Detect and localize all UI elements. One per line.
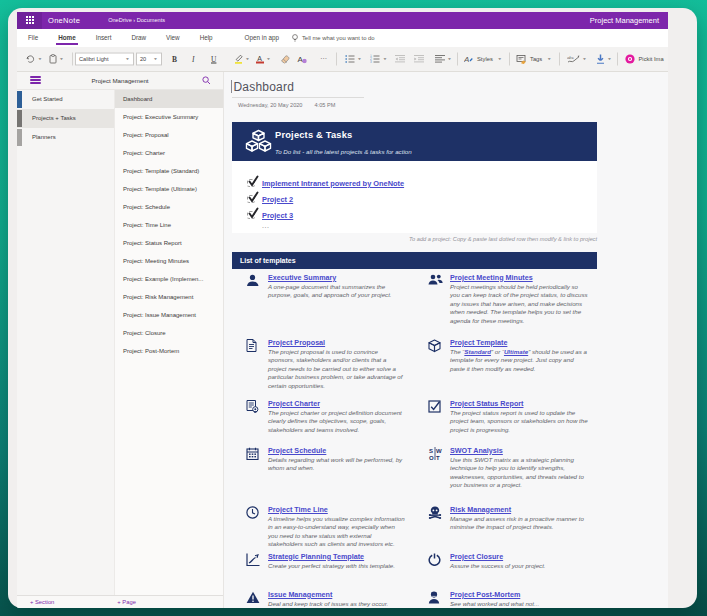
ink-editor-button[interactable]: abc ▼ xyxy=(567,54,587,63)
template-link[interactable]: Project Closure xyxy=(450,553,503,562)
template-link[interactable]: Project Schedule xyxy=(268,447,326,456)
todo-checkbox[interactable] xyxy=(247,179,256,188)
tab-insert[interactable]: Insert xyxy=(94,29,114,48)
template-link[interactable]: Executive Summary xyxy=(268,274,336,283)
toolbar-divider xyxy=(617,52,618,65)
template-link[interactable]: Risk Management xyxy=(450,506,511,515)
bullet-list-button[interactable]: ▼ xyxy=(345,54,362,63)
breadcrumb[interactable]: OneDrive › Documents xyxy=(108,17,165,23)
templates-grid: Executive SummaryA one-page document tha… xyxy=(246,274,598,609)
styles-button[interactable]: A Styles ▼ xyxy=(464,54,502,63)
tab-help[interactable]: Help xyxy=(198,29,215,48)
tab-file[interactable]: File xyxy=(26,29,40,48)
template-link[interactable]: Issue Management xyxy=(268,591,332,600)
page-item[interactable]: Project: Meeting Minutes xyxy=(115,252,223,270)
page-item[interactable]: Project: Status Report xyxy=(115,234,223,252)
page-item[interactable]: Project: Issue Management xyxy=(115,306,223,324)
page-item[interactable]: Project: Closure xyxy=(115,324,223,342)
page-item[interactable]: Dashboard xyxy=(115,90,223,108)
template-link[interactable]: Project Post-Mortem xyxy=(450,591,520,600)
tab-home[interactable]: Home xyxy=(56,29,78,48)
todo-link[interactable]: Project 3 xyxy=(262,211,293,220)
page-item[interactable]: Project: Charter xyxy=(115,144,223,162)
template-description: The project charter or project definitio… xyxy=(268,409,406,435)
italic-button[interactable]: I xyxy=(192,54,195,63)
todo-link[interactable]: Implement Intranet powered by OneNote xyxy=(262,179,404,188)
clear-formatting-button[interactable]: A xyxy=(298,54,307,63)
notebook-title[interactable]: Project Management xyxy=(17,77,223,84)
chevron-down-icon: ▼ xyxy=(125,57,130,61)
add-section-button[interactable]: + Section xyxy=(30,599,54,605)
template-link[interactable]: Project Time Line xyxy=(268,506,328,515)
undo-button[interactable]: ▼ xyxy=(26,54,42,63)
template-link[interactable]: Project Template xyxy=(450,339,507,348)
section-item[interactable]: Get Started xyxy=(17,90,114,109)
template-link[interactable]: SWOT Analysis xyxy=(450,447,503,456)
template-item: SWOTSWOT AnalysisUse this SWOT matrix as… xyxy=(428,447,598,506)
immersive-reader-button[interactable]: ▼ xyxy=(596,54,612,64)
template-item: Project Time LineA timeline helps you vi… xyxy=(246,506,428,553)
underline-button[interactable]: U xyxy=(211,54,216,63)
template-description: Manage and assess risk in a proactive ma… xyxy=(450,515,588,532)
more-formatting-button[interactable]: ⋯ xyxy=(320,55,328,63)
page-item[interactable]: Project: Template (Ultimate) xyxy=(115,180,223,198)
page-item[interactable]: Project: Example (Implemen... xyxy=(115,270,223,288)
highlight-button[interactable]: ▼ xyxy=(234,54,250,64)
template-item: Project Status ReportThe project status … xyxy=(428,400,598,447)
chart-icon xyxy=(246,553,261,568)
todo-link[interactable]: Project 2 xyxy=(262,195,293,204)
format-painter-button[interactable] xyxy=(280,54,290,63)
main-area: Project Management Get StartedProjects +… xyxy=(17,72,668,609)
page-item[interactable]: Project: Risk Management xyxy=(115,288,223,306)
bold-button[interactable]: B xyxy=(172,54,177,63)
app-window: OneNote OneDrive › Documents Project Man… xyxy=(8,8,697,608)
page-item[interactable]: Project: Proposal xyxy=(115,126,223,144)
todo-item: Implement Intranet powered by OneNote xyxy=(247,175,404,191)
font-name-select[interactable]: Calibri Light▼ xyxy=(75,52,134,65)
page-item[interactable]: Project: Schedule xyxy=(115,198,223,216)
toolbar-divider xyxy=(72,52,73,65)
page-item[interactable]: Project: Post-Mortem xyxy=(115,342,223,360)
template-link[interactable]: Strategic Planning Template xyxy=(268,553,364,562)
add-page-button[interactable]: + Page xyxy=(117,599,136,605)
app-launcher-button[interactable] xyxy=(17,12,42,29)
template-link[interactable]: Project Meeting Minutes xyxy=(450,274,533,283)
tab-view[interactable]: View xyxy=(164,29,182,48)
checkmark-icon xyxy=(247,175,259,187)
search-icon[interactable] xyxy=(202,76,211,85)
people-icon xyxy=(428,274,443,289)
align-button[interactable]: ▼ xyxy=(435,54,452,63)
todo-checkbox[interactable] xyxy=(247,211,256,220)
outdent-button[interactable] xyxy=(395,54,405,63)
template-link[interactable]: Project Status Report xyxy=(450,400,524,409)
inline-link[interactable]: Standard xyxy=(464,348,491,355)
indent-button[interactable] xyxy=(414,54,424,63)
tags-button[interactable]: Tags ▼ xyxy=(516,54,552,64)
app-name[interactable]: OneNote xyxy=(48,16,80,25)
page-canvas[interactable]: Dashboard Wednesday, 20 May 20204:05 PM xyxy=(224,72,668,609)
font-name-value: Calibri Light xyxy=(79,56,109,62)
pickit-button[interactable]: Pickit Ima xyxy=(625,54,666,64)
tab-draw[interactable]: Draw xyxy=(129,29,148,48)
font-size-select[interactable]: 20▼ xyxy=(136,52,162,65)
section-item[interactable]: Projects + Tasks xyxy=(17,109,114,128)
todo-checkbox[interactable] xyxy=(247,195,256,204)
page-date: Wednesday, 20 May 20204:05 PM xyxy=(238,102,335,108)
font-color-button[interactable]: A ▼ xyxy=(256,54,271,63)
page-item[interactable]: Project: Time Line xyxy=(115,216,223,234)
page-item[interactable]: Project: Executive Summary xyxy=(115,108,223,126)
checkmark-icon xyxy=(247,207,259,219)
template-item: Project ProposalThe project proposal is … xyxy=(246,339,428,400)
template-link[interactable]: Project Proposal xyxy=(268,339,325,348)
page-title[interactable]: Dashboard xyxy=(234,80,295,94)
page-item[interactable]: Project: Template (Standard) xyxy=(115,162,223,180)
inline-link[interactable]: Ultimate xyxy=(504,348,528,355)
checkmark-icon xyxy=(247,191,259,203)
tell-me-box[interactable]: Tell me what you want to do xyxy=(292,34,375,42)
template-link[interactable]: Project Charter xyxy=(268,400,320,409)
section-item[interactable]: Planners xyxy=(17,128,114,147)
number-list-button[interactable]: 123 ▼ xyxy=(370,54,387,63)
paste-button[interactable]: ▼ xyxy=(49,54,64,64)
template-description: Create your perfect strategy with this t… xyxy=(268,562,406,571)
open-in-app-button[interactable]: Open in app xyxy=(245,34,279,41)
